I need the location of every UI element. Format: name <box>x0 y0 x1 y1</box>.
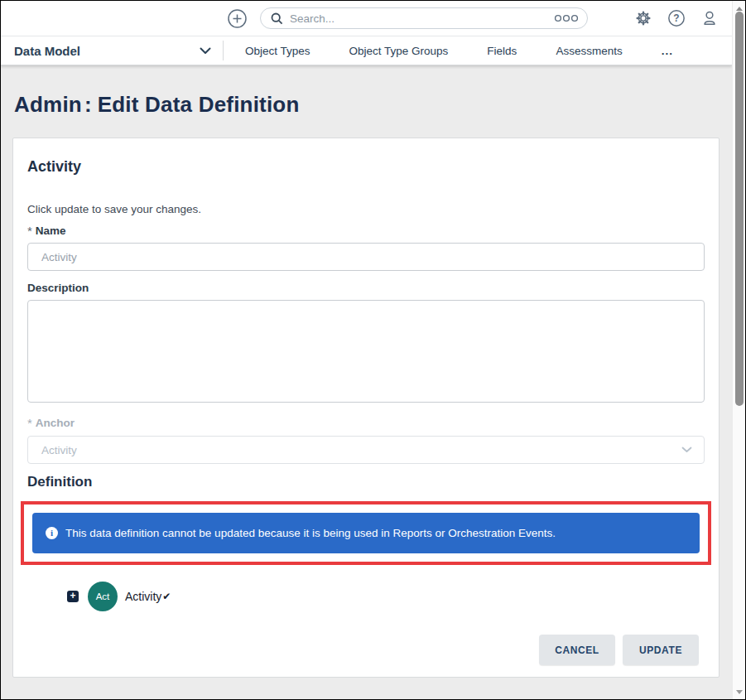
page-title: Admin:Edit Data Definition <box>14 92 718 118</box>
svg-text:?: ? <box>673 12 679 24</box>
cancel-button[interactable]: CANCEL <box>539 635 615 665</box>
top-bar: ? <box>1 1 732 36</box>
data-model-dropdown[interactable]: Data Model <box>1 36 223 65</box>
data-model-dropdown-label: Data Model <box>14 44 200 58</box>
page-title-main: Edit Data Definition <box>98 92 300 117</box>
update-button[interactable]: UPDATE <box>623 635 699 665</box>
gear-icon <box>634 9 652 27</box>
info-banner-text: This data definition cannot be updated b… <box>65 527 556 539</box>
nav-item-object-type-groups[interactable]: Object Type Groups <box>349 45 449 57</box>
anchor-select[interactable]: Activity <box>27 436 705 464</box>
required-asterisk: * <box>27 224 32 238</box>
search-input[interactable] <box>290 12 554 25</box>
description-textarea[interactable] <box>27 300 705 403</box>
name-label: * Name <box>27 224 705 238</box>
page-title-prefix: Admin <box>14 92 82 117</box>
nav-item-assessments[interactable]: Assessments <box>556 45 622 57</box>
info-banner: i This data definition cannot be updated… <box>32 513 700 553</box>
anchor-label: * Anchor <box>27 416 705 430</box>
required-asterisk: * <box>27 416 32 430</box>
chevron-down-icon <box>200 47 211 55</box>
user-icon <box>700 9 719 27</box>
page-title-separator: : <box>84 92 92 117</box>
plus-circle-icon <box>228 9 247 28</box>
app-window: ? Data Model Objec <box>0 0 746 700</box>
nav-more-button[interactable]: ... <box>662 45 673 57</box>
info-icon: i <box>46 527 58 539</box>
page-content: Admin:Edit Data Definition Activity Clic… <box>1 65 732 699</box>
user-menu-button[interactable] <box>700 9 719 27</box>
annotation-highlight-box: i This data definition cannot be updated… <box>21 501 711 565</box>
search-options-icon[interactable] <box>554 14 579 22</box>
scroll-down-arrow-icon[interactable] <box>733 686 745 698</box>
name-input[interactable] <box>27 243 705 271</box>
node-label[interactable]: Activity <box>125 590 161 603</box>
question-circle-icon: ? <box>667 9 686 27</box>
save-hint-text: Click update to save your changes. <box>27 203 705 215</box>
definition-heading: Definition <box>27 474 705 490</box>
nav-divider <box>223 41 224 60</box>
form-actions: CANCEL UPDATE <box>27 635 705 665</box>
section-title: Activity <box>27 158 705 176</box>
expand-node-button[interactable]: + <box>67 591 79 602</box>
search-bar[interactable] <box>260 7 588 29</box>
nav-item-object-types[interactable]: Object Types <box>245 45 310 57</box>
node-avatar[interactable]: Act <box>88 582 118 611</box>
description-label: Description <box>27 282 705 294</box>
definition-tree-node: + Act Activity ✔ <box>27 582 705 611</box>
nav-bar: Data Model Object Types Object Type Grou… <box>1 36 732 65</box>
help-button[interactable]: ? <box>667 9 686 27</box>
anchor-select-value: Activity <box>41 444 681 456</box>
check-icon: ✔ <box>162 591 171 602</box>
scrollbar-thumb[interactable] <box>735 12 744 406</box>
edit-definition-card: Activity Click update to save your chang… <box>12 138 720 678</box>
vertical-scrollbar[interactable] <box>732 1 745 699</box>
settings-button[interactable] <box>634 9 652 27</box>
nav-item-fields[interactable]: Fields <box>487 45 517 57</box>
search-icon <box>271 12 283 25</box>
chevron-down-icon <box>681 447 692 453</box>
add-new-button[interactable] <box>228 9 247 28</box>
